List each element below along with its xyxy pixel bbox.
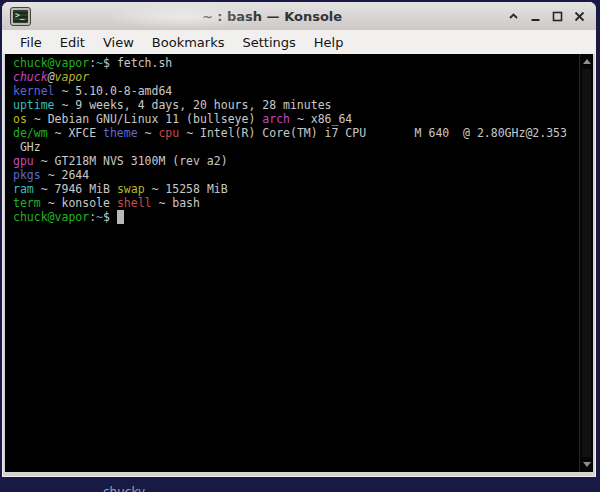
window-controls	[505, 8, 588, 25]
scroll-up-button[interactable]	[580, 55, 593, 68]
menu-help[interactable]: Help	[305, 32, 353, 53]
terminal-line: kernel ~ 5.10.0-8-amd64	[13, 84, 579, 98]
scrollbar[interactable]	[579, 54, 593, 472]
minimize-button[interactable]	[527, 8, 544, 25]
terminal-line: pkgs ~ 2644	[13, 168, 579, 182]
terminal-output[interactable]: chuck@vapor:~$ fetch.shchuck@vaporkernel…	[5, 54, 579, 472]
menu-edit[interactable]: Edit	[51, 32, 94, 53]
terminal-line: de/wm ~ XFCE theme ~ cpu ~ Intel(R) Core…	[13, 126, 579, 140]
arrow-up-icon	[583, 59, 591, 64]
close-button[interactable]	[571, 8, 588, 25]
menu-settings[interactable]: Settings	[233, 32, 304, 53]
terminal-prompt-icon: >_	[13, 10, 28, 23]
terminal-line: chuck@vapor:~$ fetch.sh	[13, 56, 579, 70]
terminal-line: gpu ~ GT218M NVS 3100M (rev a2)	[13, 154, 579, 168]
terminal-line: uptime ~ 9 weeks, 4 days, 20 hours, 28 m…	[13, 98, 579, 112]
terminal-line: GHz	[13, 140, 579, 154]
window-title: ~ : bash — Konsole	[39, 9, 505, 24]
scrollbar-thumb[interactable]	[582, 69, 591, 457]
maximize-button[interactable]	[549, 8, 566, 25]
terminal-screen[interactable]: chuck@vapor:~$ fetch.shchuck@vaporkernel…	[5, 54, 593, 472]
desktop: { "window": { "title": "~ : bash — Konso…	[0, 0, 600, 492]
konsole-app-icon[interactable]: >_	[10, 7, 31, 26]
konsole-window: >_ ~ : bash — Konsole File Edit View Boo…	[2, 2, 596, 477]
shade-button[interactable]	[505, 8, 522, 25]
terminal-cursor	[117, 210, 124, 224]
terminal-line: term ~ konsole shell ~ bash	[13, 196, 579, 210]
scroll-down-button[interactable]	[580, 458, 593, 471]
menu-view[interactable]: View	[94, 32, 143, 53]
terminal-line: ram ~ 7946 MiB swap ~ 15258 MiB	[13, 182, 579, 196]
arrow-down-icon	[583, 462, 591, 467]
terminal-line: chuck@vapor:~$	[13, 210, 579, 224]
terminal-line: os ~ Debian GNU/Linux 11 (bullseye) arch…	[13, 112, 579, 126]
menu-file[interactable]: File	[11, 32, 51, 53]
menubar: File Edit View Bookmarks Settings Help	[2, 30, 596, 54]
titlebar[interactable]: >_ ~ : bash — Konsole	[2, 2, 596, 30]
desktop-icon-label[interactable]: chucky	[103, 485, 145, 492]
menu-bookmarks[interactable]: Bookmarks	[143, 32, 234, 53]
terminal-line: chuck@vapor	[13, 70, 579, 84]
